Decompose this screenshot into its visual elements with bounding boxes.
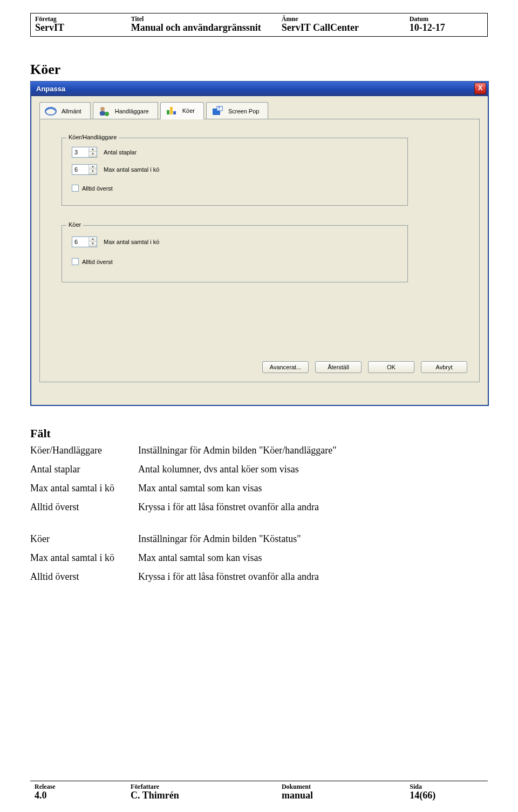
term: Alltid överst bbox=[30, 502, 138, 513]
spinner-input[interactable] bbox=[72, 165, 88, 174]
chevron-up-icon[interactable]: ▲ bbox=[89, 165, 97, 170]
fieldset-legend: Köer/Handläggare bbox=[66, 134, 119, 140]
definition: Kryssa i för att låsa fönstret ovanför a… bbox=[138, 502, 488, 513]
term: Alltid överst bbox=[30, 571, 138, 583]
reset-button[interactable]: Återställ bbox=[315, 361, 362, 373]
hdr-col4-value: 10-12-17 bbox=[410, 22, 483, 33]
fieldset-koer-handlaggare: Köer/Handläggare ▲▼ Antal staplar ▲▼ bbox=[62, 138, 408, 206]
checkbox-label: Alltid överst bbox=[82, 259, 113, 265]
checkbox-box-icon bbox=[72, 185, 79, 192]
dialog-titlebar[interactable]: Anpassa X bbox=[31, 82, 488, 96]
hdr-col1-value: ServIT bbox=[35, 22, 122, 33]
definition-table-2: Köer Inställningar för Admin bilden "Kös… bbox=[30, 533, 488, 583]
definition: Inställningar för Admin bilden "Köer/han… bbox=[138, 445, 488, 456]
chevron-down-icon[interactable]: ▼ bbox=[89, 170, 97, 174]
ftr-col3-value: manual bbox=[282, 790, 401, 801]
chevron-up-icon[interactable]: ▲ bbox=[89, 237, 97, 242]
definition: Max antal samtal som kan visas bbox=[138, 483, 488, 494]
fieldset-koer: Köer ▲▼ Max antal samtal i kö Alltid öve… bbox=[62, 225, 408, 282]
falt-heading: Fält bbox=[30, 427, 488, 441]
spinner-label: Max antal samtal i kö bbox=[104, 239, 159, 245]
definition: Max antal samtal som kan visas bbox=[138, 552, 488, 564]
term: Max antal samtal i kö bbox=[30, 552, 138, 564]
hdr-col3-value: ServIT CallCenter bbox=[282, 22, 401, 33]
spinner-label: Max antal samtal i kö bbox=[104, 166, 159, 173]
spinner-buttons[interactable]: ▲▼ bbox=[88, 147, 97, 157]
tab-panel: Köer/Handläggare ▲▼ Antal staplar ▲▼ bbox=[39, 119, 480, 382]
svg-point-1 bbox=[100, 107, 105, 111]
checkbox-alltid-overst-2[interactable]: Alltid överst bbox=[72, 258, 113, 265]
definition-table-1: Köer/Handläggare Inställningar för Admin… bbox=[30, 445, 488, 513]
tab-label: Köer bbox=[182, 107, 195, 114]
tab-label: Handläggare bbox=[115, 108, 149, 114]
spinner-max-samtal-2[interactable]: ▲▼ bbox=[72, 236, 97, 247]
screen-pop-icon: T bbox=[210, 105, 225, 117]
close-icon[interactable]: X bbox=[474, 83, 486, 94]
term: Köer bbox=[30, 533, 138, 545]
checkbox-box-icon bbox=[72, 258, 79, 265]
definition: Kryssa i för att låsa fönstret ovanför a… bbox=[138, 571, 488, 583]
dialog-anpassa: Anpassa X Allmänt Handläggare bbox=[30, 81, 489, 406]
dialog-tabs: Allmänt Handläggare Köer T bbox=[33, 98, 486, 119]
checkbox-alltid-overst-1[interactable]: Alltid överst bbox=[72, 185, 113, 192]
spinner-buttons[interactable]: ▲▼ bbox=[88, 165, 97, 174]
spinner-antal-staplar[interactable]: ▲▼ bbox=[72, 147, 97, 158]
spinner-input[interactable] bbox=[72, 147, 88, 157]
svg-point-3 bbox=[105, 112, 109, 116]
dialog-title: Anpassa bbox=[33, 85, 474, 93]
chevron-down-icon[interactable]: ▼ bbox=[89, 152, 97, 157]
tab-label: Allmänt bbox=[62, 108, 81, 114]
checkbox-label: Alltid överst bbox=[82, 185, 113, 192]
term: Köer/Handläggare bbox=[30, 445, 138, 456]
spinner-input[interactable] bbox=[72, 237, 88, 247]
tab-screenpop[interactable]: T Screen Pop bbox=[206, 102, 268, 119]
dialog-button-row: Avancerat... Återställ OK Avbryt bbox=[262, 361, 467, 373]
ok-button[interactable]: OK bbox=[368, 361, 414, 373]
tab-general[interactable]: Allmänt bbox=[39, 102, 91, 119]
ftr-col4-value: 14(66) bbox=[410, 790, 483, 801]
svg-rect-2 bbox=[100, 111, 105, 116]
spinner-buttons[interactable]: ▲▼ bbox=[88, 237, 97, 247]
fieldset-legend: Köer bbox=[66, 221, 83, 228]
spinner-label: Antal staplar bbox=[104, 149, 137, 155]
section-title: Köer bbox=[30, 62, 488, 78]
svg-rect-6 bbox=[173, 111, 176, 114]
ftr-col1-value: 4.0 bbox=[35, 790, 122, 801]
term: Antal staplar bbox=[30, 464, 138, 475]
chevron-up-icon[interactable]: ▲ bbox=[89, 147, 97, 152]
globe-swoosh-icon bbox=[43, 105, 58, 117]
advanced-button[interactable]: Avancerat... bbox=[262, 361, 309, 373]
definition: Inställningar för Admin bilden "Köstatus… bbox=[138, 533, 488, 545]
tab-handlers[interactable]: Handläggare bbox=[93, 102, 158, 119]
svg-rect-5 bbox=[170, 107, 173, 114]
chevron-down-icon[interactable]: ▼ bbox=[89, 242, 97, 247]
document-footer: Release4.0 FörfattareC. Thimrén Dokument… bbox=[30, 781, 488, 801]
queue-bars-icon bbox=[164, 105, 179, 117]
svg-rect-4 bbox=[167, 110, 169, 114]
spinner-max-samtal-1[interactable]: ▲▼ bbox=[72, 164, 97, 175]
ftr-col2-value: C. Thimrén bbox=[131, 790, 273, 801]
definition: Antal kolumner, dvs antal köer som visas bbox=[138, 464, 488, 475]
document-header: FöretagServIT TitelManual och användargr… bbox=[30, 13, 488, 37]
term: Max antal samtal i kö bbox=[30, 483, 138, 494]
hdr-col2-value: Manual och användargränssnit bbox=[131, 22, 273, 33]
svg-text:T: T bbox=[218, 106, 221, 110]
person-gear-icon bbox=[97, 105, 112, 117]
tab-queues[interactable]: Köer bbox=[160, 102, 204, 119]
tab-label: Screen Pop bbox=[228, 108, 259, 114]
cancel-button[interactable]: Avbryt bbox=[421, 361, 467, 373]
